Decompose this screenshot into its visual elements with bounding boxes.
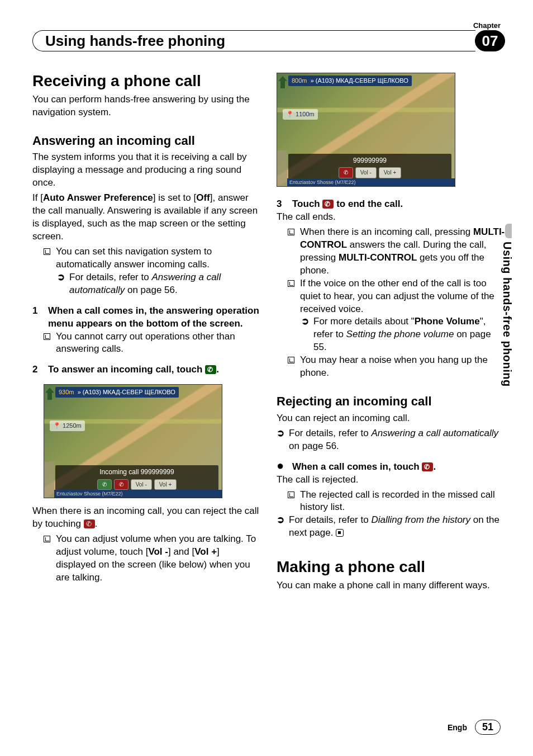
left-column: Receiving a phone call You can perform h… (32, 73, 261, 594)
hangup-icon (422, 462, 433, 471)
heading-receiving: Receiving a phone call (32, 73, 261, 90)
arrow-icon: ➲ (277, 514, 289, 540)
section-end-icon (336, 529, 344, 537)
step-1: 1 When a call comes in, the answering op… (32, 305, 261, 330)
step-2: 2 To answer an incoming call, touch . (32, 363, 261, 376)
map-bottom-road: Entuziastov Shosse (M7/E22) (54, 490, 222, 498)
crossref-history: ➲ For details, refer to Dialling from th… (277, 514, 505, 540)
heading-rejecting: Rejecting an incoming call (277, 393, 505, 410)
bullet-multicontrol: When there is an incoming call, pressing… (288, 226, 505, 277)
page-footer: Engb 51 (448, 720, 501, 735)
arrow-icon: ➲ (57, 271, 69, 297)
answer-button[interactable]: ✆ (97, 479, 112, 490)
checkbox-icon (44, 248, 50, 255)
vol-up-button[interactable]: Vol + (154, 479, 177, 490)
screenshot-in-call: 800m » (A103) МКАД-СЕВЕР ЩЕЛКОВО 📍 1100m… (277, 73, 455, 187)
end-call-button[interactable]: ✆ (339, 167, 353, 178)
right-column: 800m » (A103) МКАД-СЕВЕР ЩЕЛКОВО 📍 1100m… (277, 73, 505, 594)
hangup-icon (322, 200, 334, 209)
chapter-label: Chapter (473, 21, 501, 30)
call-strip: 999999999 ✆ Vol - Vol + (288, 154, 451, 182)
crossref-reject: ➲ For details, refer to Answering a call… (277, 427, 505, 453)
section-title: Using hands-free phoning (32, 30, 475, 51)
bullet-missed-history: The rejected call is recorded in the mis… (288, 489, 505, 514)
side-tab-text: Using hands-free phoning (501, 242, 513, 387)
checkbox-icon (288, 280, 294, 287)
in-call-number: 999999999 (288, 154, 451, 165)
heading-answering: Answering an incoming call (32, 133, 261, 149)
call-strip: Incoming call 999999999 ✆ ✆ Vol - Vol + (55, 465, 218, 493)
chapter-number: 07 (475, 30, 505, 51)
map-distance: 📍 1250m (50, 420, 85, 431)
checkbox-icon (288, 229, 294, 235)
reject-intro: You can reject an incoming call. (277, 412, 505, 425)
checkbox-icon (288, 357, 294, 363)
dot-step-reject: ● When a call comes in, touch . (277, 461, 505, 474)
vol-down-button[interactable]: Vol - (355, 167, 377, 178)
reject-button[interactable]: ✆ (114, 479, 129, 490)
vol-down-button[interactable]: Vol - (131, 479, 152, 490)
side-tab: Using hands-free phoning (501, 224, 512, 380)
screenshot-incoming-call: 930m » (A103) МКАД-СЕВЕР ЩЕЛКОВО 📍 1250m… (44, 384, 222, 498)
map-route-label: 800m » (A103) МКАД-СЕВЕР ЩЕЛКОВО (288, 75, 412, 86)
hangup-icon (84, 519, 95, 528)
arrow-icon: ➲ (301, 315, 313, 354)
crossref-auto-answer: ➲ For details, refer to Answering a call… (57, 271, 261, 297)
bullet-step1-note: You cannot carry out operations other th… (44, 330, 261, 356)
arrow-icon: ➲ (277, 427, 289, 453)
heading-making-call: Making a phone call (277, 559, 505, 576)
vol-up-button[interactable]: Vol + (379, 167, 402, 178)
call-ends-text: The call ends. (277, 211, 505, 224)
footer-lang: Engb (448, 723, 467, 732)
footer-page-number: 51 (475, 720, 501, 735)
checkbox-icon (44, 536, 50, 542)
bullet-voice-quiet: If the voice on the other end of the cal… (288, 277, 505, 316)
bullet-hangup-noise: You may hear a noise when you hang up th… (288, 354, 505, 380)
answer-icon (205, 365, 216, 374)
making-call-intro: You can make a phone call in many differ… (277, 579, 505, 592)
answering-p2: If [Auto Answer Preference] is set to [O… (32, 192, 261, 243)
crossref-phone-volume: ➲ For more details about "Phone Volume",… (301, 315, 505, 354)
reject-hint: When there is an incoming call, you can … (32, 505, 261, 531)
checkbox-icon (288, 492, 294, 498)
map-route-label: 930m » (A103) МКАД-СЕВЕР ЩЕЛКОВО (55, 387, 179, 398)
map-bottom-road: Entuziastov Shosse (M7/E22) (287, 178, 455, 186)
checkbox-icon (44, 333, 50, 340)
incoming-call-text: Incoming call 999999999 (55, 465, 218, 476)
side-tab-marker (505, 224, 512, 238)
map-distance: 📍 1100m (283, 109, 318, 120)
bullet-auto-answer: You can set this navigation system to au… (44, 245, 261, 271)
answering-p1: The system informs you that it is receiv… (32, 151, 261, 190)
step-3: 3 Touch to end the call. (277, 198, 505, 211)
intro-text: You can perform hands-free answering by … (32, 93, 261, 119)
call-rejected-text: The call is rejected. (277, 474, 505, 486)
header-bar: Using hands-free phoning 07 (32, 30, 505, 51)
bullet-vol-adjust: You can adjust volume when you are talki… (44, 533, 261, 584)
